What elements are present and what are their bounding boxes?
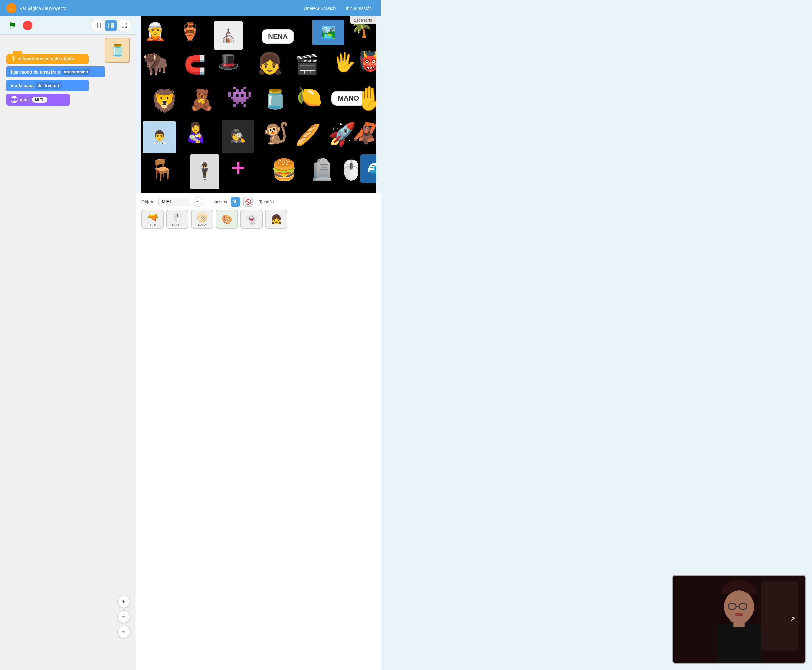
stage: 🧝 🏺 ⛪ NENA 🏞️ 🌴 🦬 🧲 🎩 👧 🎬 🖐️ xyxy=(141,17,376,193)
sprite-bear[interactable]: 🧸 xyxy=(189,88,215,112)
sprite-info-row: Objeto ← mostrar 👁 🚫 Tamaño xyxy=(142,197,376,206)
sprite-reel[interactable]: 🎬 xyxy=(295,53,319,76)
sprite-honeyjr[interactable]: 🫙 xyxy=(263,88,287,110)
sprite-thumb-masa-label: MASA xyxy=(198,223,206,227)
zoom-controls: + − = xyxy=(117,595,130,638)
sprite-mouse[interactable]: 🖱️ xyxy=(339,159,363,181)
sprite-scene[interactable]: 🏞️ xyxy=(313,20,344,45)
scratch-logo[interactable]: s xyxy=(6,3,17,14)
navbar: s Ver página del proyecto Únete a Scratc… xyxy=(0,0,381,17)
stop-button[interactable] xyxy=(23,20,32,30)
looks-dropdown[interactable]: del frente ▾ xyxy=(36,83,61,88)
sprite-thumb-mouse[interactable]: 🖱️ MOUSE xyxy=(166,210,188,229)
sprite-alien[interactable]: 🦧 xyxy=(352,121,376,145)
sprite-name-input[interactable] xyxy=(158,198,190,206)
sprite-ocean[interactable]: 🌊 xyxy=(360,154,376,183)
sprite-bread[interactable]: 🥖 xyxy=(295,123,321,147)
svg-rect-4 xyxy=(111,23,113,28)
motion-dropdown[interactable]: arrastrable ▾ xyxy=(62,69,91,75)
sprite-buffalo[interactable]: 🦬 xyxy=(143,51,168,76)
sprite-lemon[interactable]: 🍋 xyxy=(296,85,322,109)
svg-text:s: s xyxy=(10,6,12,11)
sprite-thumb-masa[interactable]: 🫓 MASA xyxy=(191,210,213,229)
sprite-plant[interactable]: 👾 xyxy=(227,85,252,109)
sprite-hat[interactable]: 🎩 xyxy=(217,51,239,72)
navbar-right: Únete a Scratch Iniciar sesión xyxy=(301,5,374,12)
view-stage-btn[interactable] xyxy=(105,20,117,31)
sprite-detective[interactable]: 🕵️ xyxy=(222,120,254,153)
right-panel: 🧝 🏺 ⛪ NENA 🏞️ 🌴 🦬 🧲 🎩 👧 🎬 🖐️ xyxy=(136,17,381,670)
motion-block[interactable]: fijar modo de arrastre a arrastrable ▾ xyxy=(6,66,105,78)
sprite-monkey[interactable]: 🐒 xyxy=(263,121,289,145)
looks-block[interactable]: ir a la capa del frente ▾ xyxy=(6,80,89,91)
say-block-label: decir xyxy=(20,97,30,102)
nena-bubble: NENA xyxy=(262,29,294,44)
sprite-hands[interactable]: 🖐️ xyxy=(333,51,356,73)
view-fullscreen-btn[interactable] xyxy=(118,20,130,31)
zoom-in-btn[interactable]: + xyxy=(117,595,130,608)
sprite-thumbnail: 🫙 xyxy=(105,38,130,63)
sprite-girl[interactable]: 👧 xyxy=(257,51,283,76)
sprite-tombstone[interactable]: 🪦 xyxy=(309,158,335,182)
svg-rect-1 xyxy=(95,23,97,28)
sprite-lion[interactable]: 🦁 xyxy=(151,88,178,114)
show-btn[interactable]: 👁 xyxy=(231,197,240,206)
svg-rect-3 xyxy=(108,23,110,28)
join-btn[interactable]: Únete a Scratch xyxy=(301,5,338,12)
mostrar-label: mostrar xyxy=(213,200,227,204)
event-block-label: al hacer clic en este objeto xyxy=(18,56,74,61)
event-block[interactable]: al hacer clic en este objeto xyxy=(6,54,89,64)
say-block-value[interactable]: MIEL xyxy=(32,97,47,103)
size-label: Tamaño xyxy=(259,200,274,204)
view-split-btn[interactable] xyxy=(92,20,103,31)
left-panel: ⚑ xyxy=(0,17,136,670)
objeto-label: Objeto xyxy=(142,200,154,204)
sprite-magnet[interactable]: 🧲 xyxy=(184,54,206,75)
sprite-thumbs-row: 🔫 FUSIL 🖱️ MOUSE 🫓 MASA 🎨 👻 xyxy=(142,210,376,229)
zoom-fit-btn[interactable]: = xyxy=(117,626,130,638)
flag-button[interactable]: ⚑ xyxy=(6,20,18,31)
sprite-doctor[interactable]: 👨‍⚕️ xyxy=(143,121,176,153)
sprite-man[interactable]: 🕴️ xyxy=(190,154,219,189)
looks-block-label: ir a la capa xyxy=(11,83,34,88)
sprite-monster[interactable]: 👹 xyxy=(359,50,376,72)
sprite-thumb-fusil-label: FUSIL xyxy=(149,223,157,227)
sprite-angel[interactable]: 🧝 xyxy=(144,21,166,42)
control-bar: ⚑ xyxy=(0,17,136,35)
say-block[interactable]: decir MIEL xyxy=(6,93,70,106)
main-layout: ⚑ xyxy=(0,17,381,670)
add-sprite-btn[interactable]: ← xyxy=(194,197,203,206)
sprite-mother[interactable]: 👩‍🍼 xyxy=(184,121,208,144)
view-project-link[interactable]: Ver página del proyecto xyxy=(20,6,66,11)
login-btn[interactable]: Iniciar sesión xyxy=(343,5,374,12)
sprite-thumb-extra2[interactable]: 👻 xyxy=(240,210,263,229)
navbar-left: s Ver página del proyecto xyxy=(6,3,66,14)
plus-button[interactable]: + xyxy=(232,156,245,179)
show-row: mostrar 👁 🚫 xyxy=(213,197,253,206)
escenario-label: Escenario xyxy=(350,17,376,24)
bubble-icon xyxy=(11,96,18,103)
sprite-church[interactable]: ⛪ xyxy=(214,21,243,50)
sprite-rocket[interactable]: 🚀 xyxy=(328,121,356,147)
sprite-thumb-extra1[interactable]: 🎨 xyxy=(216,210,238,229)
scratch-logo-icon: s xyxy=(6,3,17,14)
motion-block-label: fijar modo de arrastre a xyxy=(11,69,60,74)
zoom-out-btn[interactable]: − xyxy=(117,610,130,623)
sprite-jar[interactable]: 🏺 xyxy=(179,21,201,42)
sprite-thumb-mouse-label: MOUSE xyxy=(172,223,183,227)
sprite-thumb-extra3[interactable]: 👧 xyxy=(265,210,288,229)
sprite-thumb-fusil[interactable]: 🔫 FUSIL xyxy=(142,210,164,229)
bottom-panel: Objeto ← mostrar 👁 🚫 Tamaño 🔫 FUSIL xyxy=(136,193,381,670)
hide-btn[interactable]: 🚫 xyxy=(243,197,253,206)
view-controls xyxy=(92,20,130,31)
sprite-hand[interactable]: ✋ xyxy=(355,85,376,113)
code-area: 🫙 al hacer clic en este objeto fijar mod… xyxy=(0,35,136,670)
sprite-sandwich[interactable]: 🍔 xyxy=(271,158,297,182)
sprite-desk[interactable]: 🪑 xyxy=(149,158,175,182)
svg-rect-2 xyxy=(98,23,100,28)
